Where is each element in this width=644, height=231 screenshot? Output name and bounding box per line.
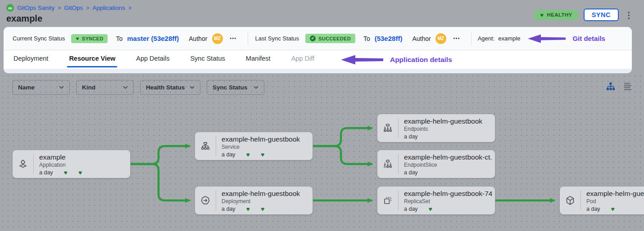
filter-label: Name (18, 84, 35, 91)
synced-badge-label: SYNCED (82, 36, 104, 41)
git-details-annotation: Git details (572, 35, 605, 42)
app-tabs: Deployment Resource View App Details Syn… (4, 50, 632, 69)
node-age: a day (222, 151, 236, 158)
node-kind: Pod (586, 198, 644, 204)
graph-node-replicaset[interactable]: example-helm-guestbook-74... ReplicaSet … (377, 186, 495, 215)
list-view-icon[interactable] (623, 82, 632, 91)
current-revision-link[interactable]: master (53e28ff) (127, 35, 179, 42)
node-meta: a day ♥ (586, 206, 644, 212)
service-icon (195, 132, 216, 160)
divider (471, 32, 472, 45)
replicaset-icon (377, 187, 398, 214)
node-body: example Application a day ♥ ♥ (34, 150, 130, 178)
node-body: example-helm-guestbook-ct... EndpointSli… (399, 150, 495, 178)
health-heart-icon: ♥ (261, 206, 264, 212)
tab-app-details[interactable]: App Details (134, 50, 171, 67)
author-label: Author (412, 35, 431, 42)
graph-node-pod[interactable]: example-helm-guest Pod a day ♥ (559, 186, 644, 215)
chevron-down-icon (190, 86, 195, 89)
endpointslice-icon (377, 150, 398, 178)
chevron-down-icon (59, 86, 64, 89)
chevron-down-icon (254, 86, 259, 89)
filter-kind-dropdown[interactable]: Kind (76, 80, 134, 95)
application-details-annotation: Application details (390, 56, 452, 64)
graph-node-endpoints[interactable]: example-helm-guestbook Endpoints a day (377, 114, 495, 142)
endpoints-icon (377, 114, 398, 142)
breadcrumb-separator: > (86, 5, 89, 11)
application-icon (13, 150, 33, 178)
health-heart-icon: ♥ (261, 151, 264, 158)
author-avatar: MZ (212, 33, 223, 44)
filter-label: Kind (82, 84, 95, 91)
node-age: a day (404, 169, 418, 176)
node-kind: Deployment (222, 198, 310, 204)
node-title: example (39, 153, 127, 161)
breadcrumb-item-gitops-sanity[interactable]: GitOps Sanity (17, 4, 54, 11)
graph-node-deployment[interactable]: example-helm-guestbook Deployment a day … (195, 186, 313, 215)
health-heart-icon: ♥ (246, 151, 250, 158)
health-heart-icon: ♥ (429, 206, 432, 212)
node-meta: a day ♥ ♥ (222, 206, 310, 212)
tab-manifest[interactable]: Manifest (244, 50, 272, 67)
succeeded-badge-label: SUCCEEDED (318, 36, 351, 41)
annotation-arrow-left-icon (527, 33, 566, 44)
to-label: To (116, 35, 122, 42)
gitops-logo-icon: ∞ (6, 4, 14, 12)
chevron-down-icon (123, 86, 128, 89)
filter-name-dropdown[interactable]: Name (12, 80, 70, 95)
tree-view-icon[interactable] (606, 81, 616, 91)
sync-button[interactable]: SYNC (584, 9, 619, 21)
breadcrumb-item-gitops[interactable]: GitOps (64, 4, 83, 11)
health-heart-icon: ♥ (611, 206, 615, 212)
graph-node-application[interactable]: example Application a day ♥ ♥ (12, 150, 131, 178)
node-meta: a day (404, 169, 492, 176)
node-age: a day (586, 206, 600, 212)
app-header-card: Current Sync Status ♥ SYNCED To master (… (4, 27, 632, 73)
deployment-icon (195, 187, 216, 214)
node-title: example-helm-guestbook (404, 117, 492, 125)
kebab-menu-icon[interactable]: ⋮ (625, 11, 633, 19)
node-body: example-helm-guestbook Service a day ♥ ♥ (216, 132, 313, 160)
synced-badge: ♥ SYNCED (71, 34, 108, 43)
node-age: a day (39, 169, 53, 176)
health-heart-icon: ♥ (246, 206, 250, 212)
node-age: a day (222, 206, 236, 212)
node-body: example-helm-guestbook Deployment a day … (216, 187, 313, 214)
node-title: example-helm-guestbook (222, 135, 310, 143)
graph-node-service[interactable]: example-helm-guestbook Service a day ♥ ♥ (195, 132, 313, 160)
graph-node-endpointslice[interactable]: example-helm-guestbook-ct... EndpointSli… (377, 150, 495, 178)
pod-icon (560, 187, 581, 214)
more-options-icon[interactable]: ••• (454, 36, 460, 41)
health-badge-label: HEALTHY (547, 12, 572, 18)
filter-sync-status-dropdown[interactable]: Sync Status (207, 80, 264, 95)
node-kind: Endpoints (404, 126, 492, 132)
filter-label: Sync Status (213, 84, 247, 91)
header-actions: ♥ HEALTHY SYNC ⋮ (535, 9, 633, 21)
filter-label: Health Status (146, 84, 185, 91)
node-meta: a day ♥ (404, 206, 492, 212)
node-title: example-helm-guest (586, 190, 644, 198)
tab-sync-status[interactable]: Sync Status (188, 50, 227, 67)
node-kind: Application (39, 162, 127, 168)
last-revision-link[interactable]: (53e28ff) (375, 35, 403, 42)
filter-health-status-dropdown[interactable]: Health Status (140, 80, 200, 95)
resource-graph-canvas[interactable]: Name Kind Health Status Sync Status (0, 73, 644, 231)
node-age: a day (404, 206, 418, 212)
tab-resource-view[interactable]: Resource View (67, 50, 117, 67)
heart-icon: ♥ (540, 12, 544, 18)
node-kind: Service (222, 144, 310, 150)
tab-app-diff[interactable]: App Diff (290, 50, 316, 67)
node-meta: a day ♥ ♥ (222, 151, 310, 158)
more-options-icon[interactable]: ••• (230, 36, 237, 41)
last-sync-status-label: Last Sync Status (255, 35, 299, 42)
view-toggle (606, 81, 632, 91)
page-title: example (6, 13, 42, 24)
breadcrumb-item-applications[interactable]: Applications (92, 4, 125, 11)
node-body: example-helm-guest Pod a day ♥ (581, 187, 644, 214)
to-label: To (363, 35, 370, 42)
health-status-badge: ♥ HEALTHY (535, 10, 577, 20)
node-title: example-helm-guestbook (222, 190, 310, 198)
agent-label: Agent: (478, 35, 495, 42)
health-heart-icon: ♥ (78, 169, 82, 176)
tab-deployment[interactable]: Deployment (12, 50, 50, 67)
